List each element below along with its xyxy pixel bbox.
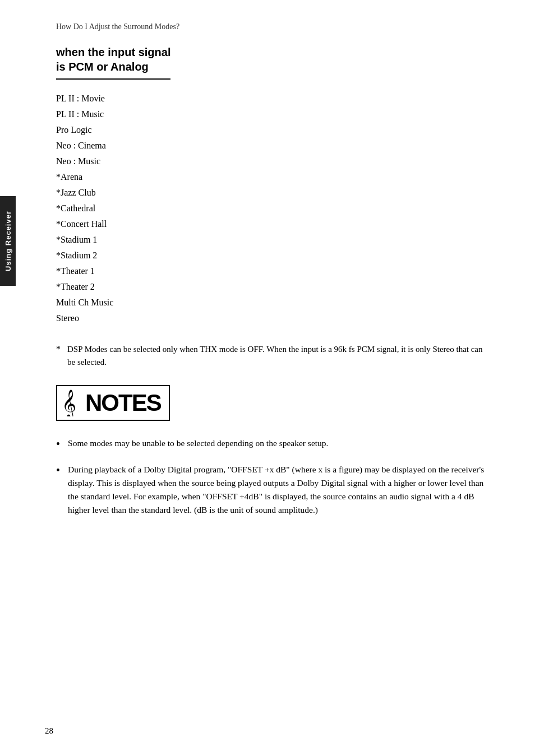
list-item: •Some modes may be unable to be selected…: [56, 437, 490, 453]
notes-graphic: 𝄞 NOTES: [56, 385, 170, 421]
bullet-list: •Some modes may be unable to be selected…: [56, 437, 490, 517]
mode-item: Pro Logic: [56, 122, 490, 138]
sidebar-tab: Using Receiver: [0, 196, 16, 286]
list-item: •During playback of a Dolby Digital prog…: [56, 463, 490, 517]
bullet-dot-icon: •: [56, 435, 60, 453]
mode-item: PL II : Music: [56, 106, 490, 122]
sidebar-tab-label: Using Receiver: [4, 211, 12, 271]
mode-item: PL II : Movie: [56, 91, 490, 106]
mode-item: Neo : Cinema: [56, 138, 490, 154]
mode-item: *Arena: [56, 169, 490, 185]
notes-letters: NOTES: [85, 391, 161, 415]
section-heading-text: when the input signal is PCM or Analog: [56, 45, 170, 74]
footnote-star: *: [56, 344, 61, 354]
mode-item: *Stadium 1: [56, 232, 490, 248]
mode-item: Stereo: [56, 310, 490, 326]
footnote-text: DSP Modes can be selected only when THX …: [67, 343, 490, 368]
mode-item: *Theater 1: [56, 263, 490, 279]
page-header: How Do I Adjust the Surround Modes?: [56, 22, 490, 31]
page-number: 28: [45, 726, 53, 736]
list-item-text: During playback of a Dolby Digital progr…: [68, 463, 490, 517]
mode-item: *Concert Hall: [56, 216, 490, 232]
svg-text:𝄞: 𝄞: [62, 389, 76, 416]
mode-list: PL II : MoviePL II : MusicPro LogicNeo :…: [56, 91, 490, 326]
bullet-dot-icon: •: [56, 462, 60, 479]
mode-item: *Jazz Club: [56, 185, 490, 201]
footnote: * DSP Modes can be selected only when TH…: [56, 343, 490, 368]
section-heading: when the input signal is PCM or Analog: [56, 45, 170, 80]
music-note-icon: 𝄞: [62, 389, 83, 416]
page-container: Using Receiver How Do I Adjust the Surro…: [0, 0, 535, 756]
notes-image: 𝄞 NOTES: [56, 385, 490, 421]
mode-item: Neo : Music: [56, 154, 490, 169]
mode-item: *Cathedral: [56, 201, 490, 216]
mode-item: *Theater 2: [56, 279, 490, 295]
list-item-text: Some modes may be unable to be selected …: [68, 437, 328, 450]
mode-item: *Stadium 2: [56, 248, 490, 263]
mode-item: Multi Ch Music: [56, 295, 490, 310]
